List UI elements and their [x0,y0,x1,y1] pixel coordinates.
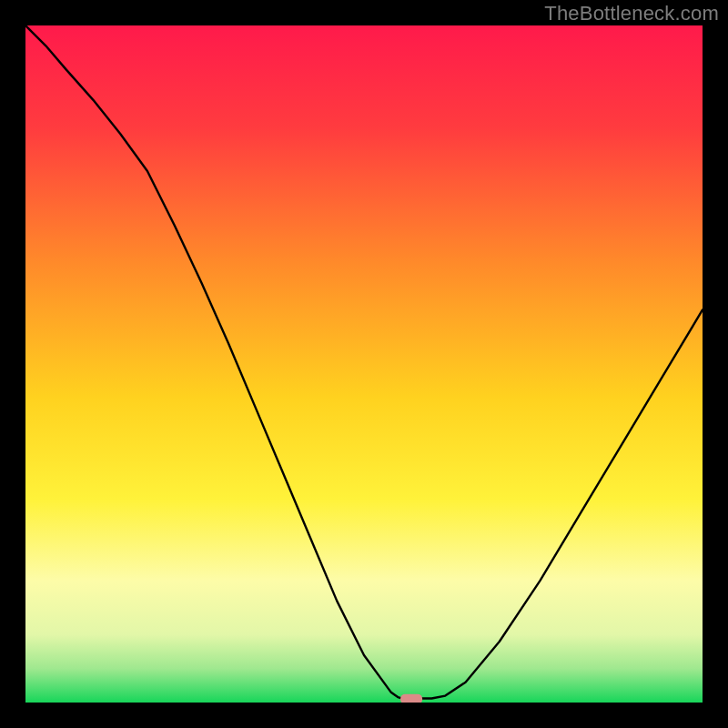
watermark-text: TheBottleneck.com [544,2,719,25]
gradient-background [25,25,703,703]
plot-area [25,25,703,703]
chart-svg [25,25,703,703]
chart-frame: TheBottleneck.com [0,0,728,728]
optimal-marker [400,694,422,703]
